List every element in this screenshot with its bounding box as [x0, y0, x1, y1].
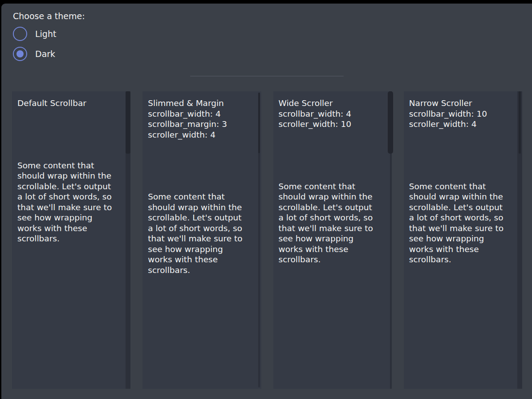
scrollbar-thumb[interactable] [126, 91, 130, 154]
radio-circle-icon [13, 47, 27, 61]
radio-circle-icon [13, 27, 27, 41]
radio-dot-icon [16, 30, 24, 37]
panel-body-text: Some content that should wrap within the… [17, 160, 119, 244]
scrollbar-thumb[interactable] [519, 91, 521, 154]
scrollbar-thumb[interactable] [258, 93, 260, 153]
panel-header: Narrow Scroller scrollbar_width: 10 scro… [409, 98, 511, 130]
radio-label-dark: Dark [35, 49, 55, 59]
theme-chooser: Choose a theme: Light Dark [1, 4, 532, 61]
scroll-panel-slimmed-margin[interactable]: Slimmed & Margin scrollbar_width: 4 scro… [142, 91, 261, 389]
panel-header: Default Scrollbar [17, 98, 119, 109]
panel-body-text: Some content that should wrap within the… [279, 181, 380, 265]
panel-body-text: Some content that should wrap within the… [409, 181, 511, 265]
theme-chooser-label: Choose a theme: [13, 11, 532, 21]
panel-row: Default Scrollbar Some content that shou… [1, 91, 532, 389]
scroll-panel-wide-scroller[interactable]: Wide Scroller scrollbar_width: 4 scrolle… [273, 91, 392, 389]
scroll-panel-default[interactable]: Default Scrollbar Some content that shou… [12, 91, 130, 389]
app-window: Choose a theme: Light Dark Default Scrol… [1, 4, 532, 399]
panel-header: Slimmed & Margin scrollbar_width: 4 scro… [148, 98, 249, 140]
radio-option-dark[interactable]: Dark [13, 47, 532, 61]
panel-header: Wide Scroller scrollbar_width: 4 scrolle… [279, 98, 380, 130]
panel-body-text: Some content that should wrap within the… [148, 191, 249, 275]
radio-option-light[interactable]: Light [13, 27, 532, 41]
divider [190, 76, 344, 77]
radio-dot-icon [16, 50, 24, 57]
scrollbar-thumb[interactable] [388, 91, 393, 154]
radio-label-light: Light [35, 29, 56, 39]
scroll-panel-narrow-scroller[interactable]: Narrow Scroller scrollbar_width: 10 scro… [404, 91, 522, 389]
